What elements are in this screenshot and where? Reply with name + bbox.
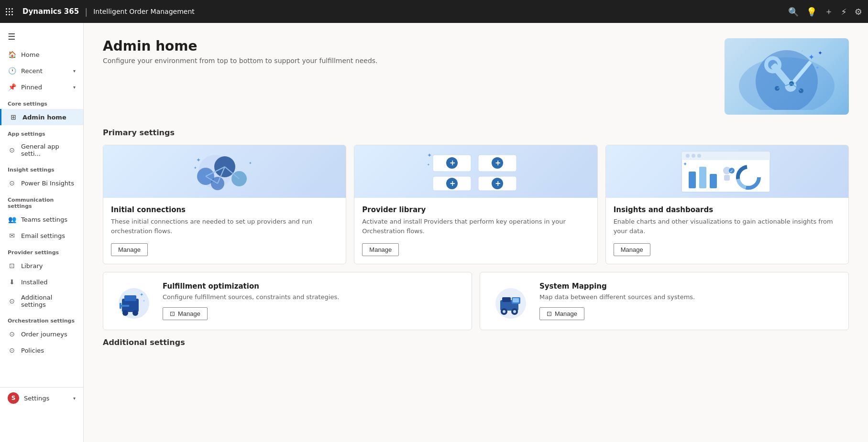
core-settings-header: Core settings bbox=[0, 95, 83, 109]
sidebar-item-additional[interactable]: ⊙ Additional settings bbox=[0, 290, 83, 312]
email-icon: ✉ bbox=[8, 231, 16, 240]
settings-icon[interactable]: ⚙ bbox=[855, 7, 862, 17]
fulfillment-title: Fulfillment optimization bbox=[163, 282, 460, 291]
sidebar-admin-home-label: Admin home bbox=[22, 114, 66, 121]
communication-settings-header: Communication settings bbox=[0, 191, 83, 211]
svg-rect-49 bbox=[710, 174, 717, 188]
svg-text:✦: ✦ bbox=[196, 157, 201, 163]
card-img-connections: ✦ ✦ ✦ bbox=[103, 145, 346, 198]
svg-rect-47 bbox=[689, 172, 696, 188]
installed-icon: ⬇ bbox=[8, 278, 16, 286]
card-title-provider: Provider library bbox=[362, 205, 589, 214]
svg-text:✦: ✦ bbox=[427, 163, 430, 167]
svg-point-75 bbox=[513, 310, 516, 313]
add-icon[interactable]: ＋ bbox=[824, 6, 833, 17]
svg-point-46 bbox=[697, 154, 701, 158]
sidebar-item-installed[interactable]: ⬇ Installed bbox=[0, 274, 83, 290]
sidebar-item-order-journeys[interactable]: ⊙ Order journeys bbox=[0, 326, 83, 342]
svg-text:•: • bbox=[801, 49, 803, 54]
sidebar: ☰ 🏠 Home 🕐 Recent ▾ 📌 Pinned ▾ Core sett… bbox=[0, 23, 84, 442]
settings-chevron-icon: ▾ bbox=[73, 396, 76, 401]
brand-label: Dynamics 365 bbox=[22, 7, 79, 16]
system-mapping-icon bbox=[492, 282, 530, 320]
page-header: Admin home Configure your environment fr… bbox=[103, 38, 849, 115]
sidebar-policies-label: Policies bbox=[21, 347, 44, 354]
sidebar-item-general-app[interactable]: ⊙ General app setti... bbox=[0, 139, 83, 161]
card-img-provider: + + + + ✦ ✦ bbox=[354, 145, 597, 198]
admin-home-icon: ⊞ bbox=[9, 113, 18, 121]
app-title-label: Intelligent Order Management bbox=[93, 8, 195, 15]
manage-button-connections[interactable]: Manage bbox=[111, 243, 148, 256]
card-body-insights: Insights and dashboards Enable charts an… bbox=[606, 198, 848, 264]
power-bi-icon: ⊙ bbox=[8, 179, 16, 187]
sidebar-item-email[interactable]: ✉ Email settings bbox=[0, 227, 83, 244]
hamburger-button[interactable]: ☰ bbox=[0, 27, 83, 46]
additional-icon: ⊙ bbox=[8, 297, 16, 305]
manage-button-system-mapping[interactable]: ⊡ Manage bbox=[539, 307, 584, 320]
sidebar-item-recent[interactable]: 🕐 Recent ▾ bbox=[0, 63, 83, 79]
card-title-insights: Insights and dashboards bbox=[614, 205, 841, 214]
svg-text:✦: ✦ bbox=[808, 53, 814, 62]
card-body-provider: Provider library Activate and install Pr… bbox=[354, 198, 597, 264]
sidebar-item-policies[interactable]: ⊙ Policies bbox=[0, 342, 83, 358]
sidebar-item-power-bi[interactable]: ⊙ Power Bi Insights bbox=[0, 175, 83, 191]
sidebar-power-bi-label: Power Bi Insights bbox=[21, 180, 74, 187]
app-layout: ☰ 🏠 Home 🕐 Recent ▾ 📌 Pinned ▾ Core sett… bbox=[0, 23, 868, 442]
wide-card-system-mapping: System Mapping Map data between differen… bbox=[480, 272, 849, 330]
order-journeys-icon: ⊙ bbox=[8, 330, 16, 338]
manage-button-provider[interactable]: Manage bbox=[362, 243, 399, 256]
illustration-svg: ✦ ✦ • ✦ bbox=[734, 43, 839, 110]
search-icon[interactable]: 🔍 bbox=[788, 7, 799, 17]
pin-icon: 📌 bbox=[8, 83, 16, 91]
app-settings-header: App settings bbox=[0, 125, 83, 139]
manage-icon-mapping: ⊡ bbox=[547, 310, 552, 317]
manage-button-insights[interactable]: Manage bbox=[614, 243, 650, 256]
sidebar-item-pinned[interactable]: 📌 Pinned ▾ bbox=[0, 79, 83, 95]
system-mapping-svg bbox=[492, 282, 530, 320]
manage-button-fulfillment[interactable]: ⊡ Manage bbox=[163, 307, 208, 320]
svg-text:✦: ✦ bbox=[143, 299, 145, 303]
top-navigation: Dynamics 365 | Intelligent Order Managem… bbox=[0, 0, 868, 23]
sidebar-order-journeys-label: Order journeys bbox=[21, 331, 67, 338]
sidebar-item-library[interactable]: ⊡ Library bbox=[0, 258, 83, 274]
nav-actions: 🔍 💡 ＋ ⚡ ⚙ bbox=[788, 6, 862, 17]
sidebar-additional-label: Additional settings bbox=[21, 294, 76, 308]
card-title-connections: Initial connections bbox=[111, 205, 338, 214]
card-insights-dashboards: ✓ ✦ Insights and dashboards Enable chart… bbox=[605, 145, 849, 264]
page-header-text: Admin home Configure your environment fr… bbox=[103, 38, 378, 65]
manage-label-fulfillment: Manage bbox=[178, 310, 200, 317]
svg-text:+: + bbox=[495, 179, 501, 188]
manage-icon-fulfillment: ⊡ bbox=[170, 310, 175, 317]
additional-settings-label: Additional settings bbox=[103, 338, 849, 347]
help-icon[interactable]: 💡 bbox=[806, 7, 817, 17]
card-initial-connections: ✦ ✦ ✦ Initial connections These initial … bbox=[103, 145, 346, 264]
policies-icon: ⊙ bbox=[8, 346, 16, 355]
sidebar-library-label: Library bbox=[21, 262, 43, 270]
chevron-down-icon: ▾ bbox=[73, 68, 76, 74]
svg-text:✦: ✦ bbox=[683, 161, 687, 167]
library-icon: ⊡ bbox=[8, 261, 16, 270]
sidebar-item-admin-home[interactable]: ⊞ Admin home bbox=[0, 109, 83, 125]
primary-settings-label: Primary settings bbox=[103, 128, 849, 137]
insight-settings-header: Insight settings bbox=[0, 161, 83, 175]
system-mapping-desc: Map data between different sources and s… bbox=[539, 293, 837, 301]
card-desc-connections: These initial connections are needed to … bbox=[111, 217, 338, 236]
chevron-down-icon-2: ▾ bbox=[73, 85, 76, 90]
svg-text:✦: ✦ bbox=[427, 152, 432, 159]
fulfillment-icon: ✦ ✦ bbox=[115, 282, 153, 320]
svg-text:✦: ✦ bbox=[815, 65, 819, 70]
sidebar-item-settings[interactable]: S Settings ▾ bbox=[0, 387, 83, 409]
sidebar-general-app-label: General app setti... bbox=[21, 143, 76, 157]
svg-text:✦: ✦ bbox=[818, 50, 823, 56]
fulfillment-desc: Configure fulfillment sources, constrain… bbox=[163, 293, 460, 301]
wide-cards-row: ✦ ✦ Fulfillment optimization Configure f… bbox=[103, 272, 849, 330]
svg-point-45 bbox=[692, 154, 695, 158]
svg-text:+: + bbox=[450, 179, 456, 188]
teams-icon: 👥 bbox=[8, 215, 16, 224]
sidebar-item-teams[interactable]: 👥 Teams settings bbox=[0, 211, 83, 227]
nav-divider: | bbox=[85, 7, 88, 17]
sidebar-item-home[interactable]: 🏠 Home bbox=[0, 46, 83, 63]
app-launcher-icon[interactable] bbox=[6, 8, 13, 15]
filter-icon[interactable]: ⚡ bbox=[841, 7, 847, 17]
header-illustration: ✦ ✦ • ✦ bbox=[725, 38, 849, 115]
